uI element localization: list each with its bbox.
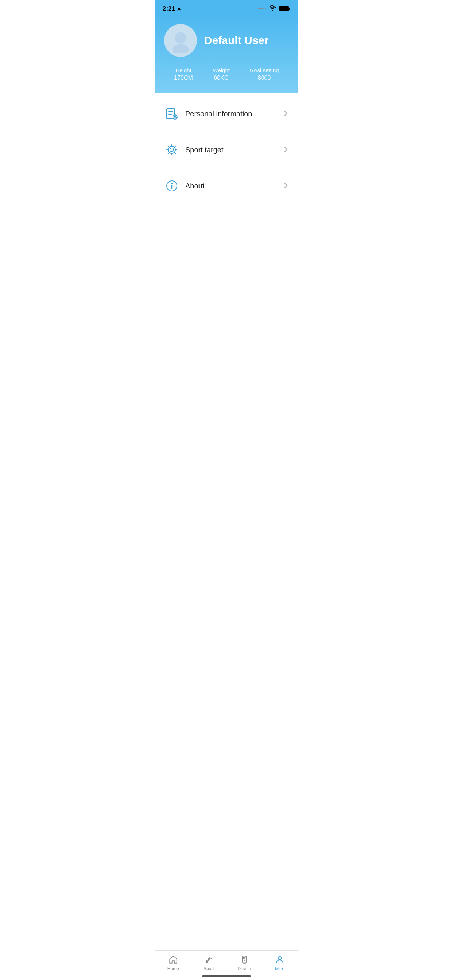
status-icons	[258, 5, 290, 12]
menu-item-about[interactable]: About	[155, 168, 298, 204]
username: Default User	[204, 34, 269, 47]
menu-item-personal-info[interactable]: Personal information	[155, 96, 298, 132]
stat-weight: Weight 60KG	[213, 67, 230, 81]
battery-icon	[279, 6, 290, 11]
svg-point-9	[170, 148, 174, 152]
menu-list: Personal information Sport target	[155, 96, 298, 204]
signal-dots	[258, 8, 266, 10]
svg-point-13	[171, 183, 172, 184]
info-circle-icon	[164, 178, 179, 194]
avatar	[164, 24, 197, 57]
profile-header: Default User Height 170CM Weight 60KG Go…	[155, 15, 298, 93]
profile-top: Default User	[164, 24, 289, 57]
svg-point-1	[175, 32, 187, 44]
location-icon	[177, 6, 182, 11]
status-bar: 2:21	[155, 0, 298, 15]
stat-goal: Goal setting 8000	[250, 67, 279, 81]
personal-info-label: Personal information	[185, 110, 283, 118]
chevron-right-icon	[283, 182, 289, 190]
person-info-icon	[164, 106, 179, 121]
about-label: About	[185, 182, 283, 190]
chevron-right-icon	[283, 146, 289, 154]
menu-item-sport-target[interactable]: Sport target	[155, 132, 298, 168]
wifi-icon	[269, 5, 276, 12]
stats-row: Height 170CM Weight 60KG Goal setting 80…	[164, 67, 289, 81]
avatar-icon	[168, 28, 193, 53]
chevron-right-icon	[283, 110, 289, 118]
svg-point-0	[272, 10, 273, 11]
svg-point-8	[174, 116, 176, 117]
svg-point-10	[168, 146, 175, 153]
stat-height: Height 170CM	[174, 67, 193, 81]
gear-icon	[164, 142, 179, 158]
svg-point-2	[172, 45, 189, 54]
status-time: 2:21	[163, 5, 182, 13]
sport-target-label: Sport target	[185, 146, 283, 154]
